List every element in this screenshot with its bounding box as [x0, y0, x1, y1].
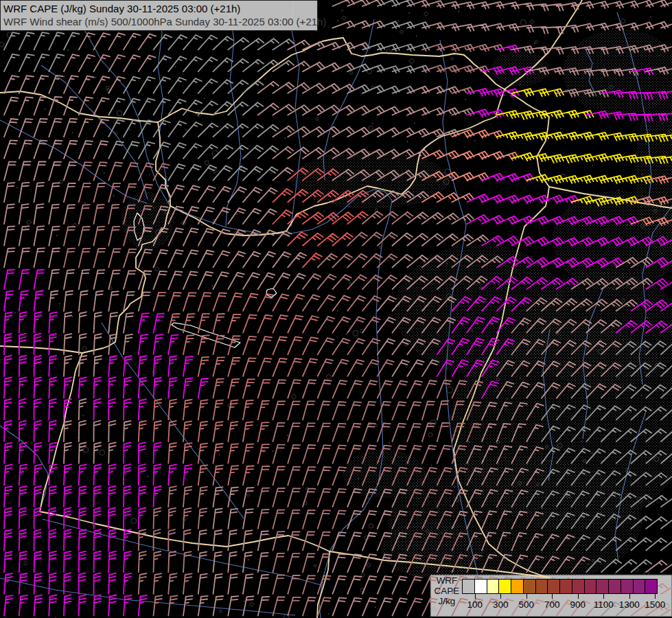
- legend-tick-mark: [629, 594, 630, 599]
- legend-swatch: [462, 579, 475, 594]
- legend-tick-mark: [500, 594, 501, 599]
- weather-map-screenshot: WRF CAPE J/kg 10030050070090011001300150…: [0, 0, 672, 618]
- legend-title-line: J/kg: [432, 596, 462, 606]
- legend-tick-label: 900: [570, 599, 586, 610]
- legend-swatch: [498, 579, 511, 594]
- legend-swatch: [633, 579, 646, 594]
- legend-tick-label: 100: [467, 599, 483, 610]
- legend-swatch: [572, 579, 585, 594]
- legend-title: WRF CAPE J/kg: [432, 575, 462, 606]
- legend-swatch: [474, 579, 487, 594]
- legend-tick-mark: [526, 594, 527, 599]
- legend-tick-mark: [655, 594, 656, 599]
- legend-tick-label: 500: [518, 599, 534, 610]
- legend-swatch: [511, 579, 524, 594]
- legend-swatch: [523, 579, 536, 594]
- legend-tick-label: 700: [544, 599, 560, 610]
- legend-tick-mark: [603, 594, 604, 599]
- legend-tick-mark: [475, 594, 476, 599]
- map-title-shear: WRF Wind shear (m/s) 500/1000hPa Sunday …: [3, 15, 314, 28]
- legend-swatch: [547, 579, 560, 594]
- legend-swatch: [487, 579, 500, 594]
- cape-legend: WRF CAPE J/kg 10030050070090011001300150…: [430, 575, 672, 617]
- legend-tick-mark: [578, 594, 579, 599]
- weather-map-canvas: [0, 0, 672, 618]
- legend-tick-label: 1100: [594, 599, 614, 610]
- legend-swatch: [621, 579, 634, 594]
- legend-swatch: [559, 579, 572, 594]
- legend-swatch: [608, 579, 621, 594]
- legend-title-line: WRF: [432, 575, 462, 586]
- legend-tick-label: 1300: [619, 599, 640, 610]
- legend-title-line: CAPE: [432, 586, 462, 596]
- map-title-cape: WRF CAPE (J/kg) Sunday 30-11-2025 03:00 …: [3, 2, 314, 15]
- legend-colorbar: [462, 579, 657, 594]
- legend-swatch: [584, 579, 597, 594]
- legend-swatch: [645, 579, 658, 594]
- legend-swatch: [535, 579, 548, 594]
- legend-tick-label: 1500: [645, 599, 665, 610]
- map-title-overlay: WRF CAPE (J/kg) Sunday 30-11-2025 03:00 …: [0, 0, 318, 31]
- legend-tick-mark: [552, 594, 553, 599]
- legend-swatch: [596, 579, 609, 594]
- legend-tick-label: 300: [493, 599, 509, 610]
